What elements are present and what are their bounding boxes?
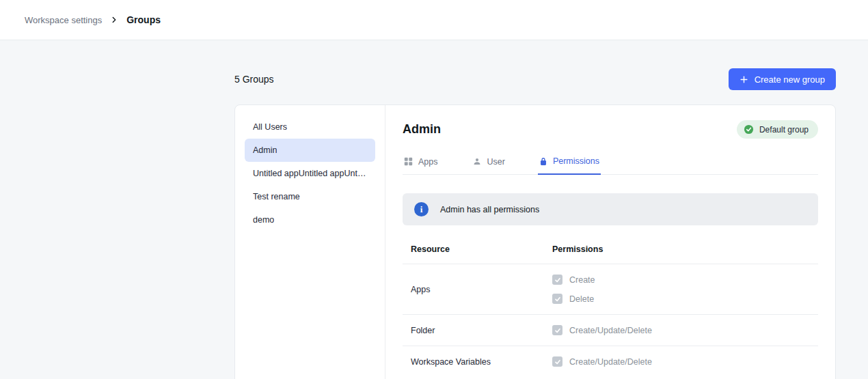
- resource-name: Folder: [411, 326, 552, 335]
- sidebar-item-admin[interactable]: Admin: [245, 139, 375, 162]
- table-row: Folder Create/Update/Delete: [403, 315, 818, 346]
- permission-label: Create/Update/Delete: [569, 357, 652, 367]
- group-list: All Users Admin Untitled appUntitled app…: [235, 105, 385, 379]
- table-row: Apps Create Delete: [403, 264, 818, 315]
- top-bar: Workspace settings Groups: [0, 0, 868, 40]
- table-header: Resource Permissions: [403, 235, 818, 264]
- groups-page: 5 Groups Create new group All Users Admi…: [234, 68, 836, 379]
- banner-text: Admin has all permissions: [440, 205, 539, 214]
- checkbox-workspace-variables-cud[interactable]: [552, 356, 562, 367]
- group-tabs: Apps User: [403, 150, 818, 175]
- permission-label: Create/Update/Delete: [569, 326, 652, 335]
- default-group-badge: Default group: [737, 120, 818, 139]
- tab-user[interactable]: User: [471, 150, 506, 174]
- resource-name: Apps: [411, 285, 552, 294]
- sidebar-item-test-rename[interactable]: Test rename: [245, 185, 375, 208]
- chevron-right-icon: [109, 15, 119, 25]
- table-row: Workspace Variables Create/Update/Delete: [403, 346, 818, 377]
- create-new-group-button[interactable]: Create new group: [729, 68, 836, 90]
- column-header-permissions: Permissions: [552, 244, 603, 254]
- group-detail: Admin Default group: [385, 105, 835, 379]
- tab-permissions[interactable]: Permissions: [538, 150, 601, 175]
- breadcrumb-workspace-settings[interactable]: Workspace settings: [25, 15, 102, 25]
- breadcrumb-current-groups: Groups: [126, 14, 161, 25]
- checkbox-apps-create[interactable]: [552, 275, 562, 285]
- permission-label: Create: [569, 275, 595, 285]
- groups-card: All Users Admin Untitled appUntitled app…: [234, 104, 836, 379]
- permission-label: Delete: [569, 294, 594, 304]
- groups-count-label: 5 Groups: [234, 74, 274, 85]
- user-icon: [472, 157, 482, 166]
- default-group-badge-label: Default group: [759, 125, 809, 135]
- lock-icon: [539, 157, 547, 166]
- sidebar-item-untitled-app[interactable]: Untitled appUntitled appUntitle…: [245, 162, 375, 185]
- plus-icon: [740, 75, 748, 84]
- permissions-info-banner: i Admin has all permissions: [403, 193, 818, 225]
- sidebar-item-all-users[interactable]: All Users: [245, 115, 375, 139]
- sidebar-item-demo[interactable]: demo: [245, 208, 375, 231]
- apps-grid-icon: [404, 157, 413, 166]
- create-new-group-label: Create new group: [755, 74, 825, 85]
- checkbox-folder-cud[interactable]: [552, 325, 562, 335]
- group-title: Admin: [403, 122, 441, 137]
- column-header-resource: Resource: [411, 244, 552, 254]
- tab-apps[interactable]: Apps: [403, 150, 439, 174]
- green-check-icon: [744, 124, 754, 135]
- resource-name: Workspace Variables: [411, 357, 552, 367]
- permissions-table: Resource Permissions Apps Create: [403, 235, 818, 377]
- info-icon: i: [414, 202, 429, 216]
- checkbox-apps-delete[interactable]: [552, 294, 562, 304]
